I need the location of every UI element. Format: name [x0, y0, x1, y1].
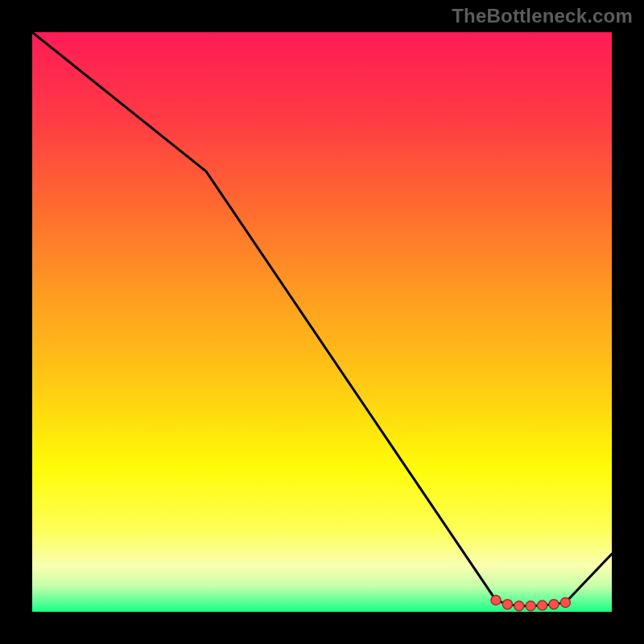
- chart-frame: TheBottleneck.com: [0, 0, 644, 644]
- chart-marker: [538, 601, 547, 610]
- chart-marker: [549, 600, 559, 609]
- chart-marker: [560, 597, 570, 607]
- chart-marker: [526, 601, 535, 611]
- chart-background-gradient: [32, 32, 612, 612]
- chart-plot-area: [32, 32, 612, 612]
- chart-svg: [32, 32, 612, 612]
- chart-marker: [514, 601, 524, 611]
- watermark-text: TheBottleneck.com: [452, 5, 633, 27]
- chart-marker: [491, 596, 501, 605]
- chart-marker: [502, 600, 512, 609]
